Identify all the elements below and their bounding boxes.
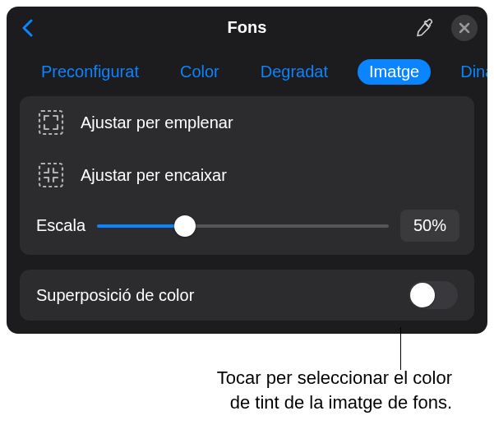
- fit-fill-label: Ajustar per emplenar: [81, 113, 233, 132]
- scale-slider[interactable]: [97, 215, 389, 238]
- eyedropper-button[interactable]: [413, 16, 436, 39]
- color-overlay-row: Superposició de color: [20, 270, 474, 321]
- fit-contain-label: Ajustar per encaixar: [81, 166, 227, 185]
- panel-title: Fons: [228, 18, 267, 37]
- callout-text: Tocar per seleccionar el color de tint d…: [99, 366, 452, 414]
- callout-line2: de tint de la imatge de fons.: [230, 392, 452, 413]
- callout-leader-line: [400, 327, 401, 370]
- scale-label: Escala: [36, 216, 85, 235]
- tab-dynamic[interactable]: Dinàmic: [449, 59, 487, 85]
- tab-color[interactable]: Color: [169, 59, 231, 85]
- background-settings-panel: Fons Preconfigurat Color Degradat Imatge…: [7, 7, 487, 334]
- toggle-knob: [410, 283, 435, 307]
- tab-preset[interactable]: Preconfigurat: [30, 59, 150, 85]
- background-type-tabs: Preconfigurat Color Degradat Imatge Dinà…: [7, 48, 487, 96]
- eyedropper-icon: [415, 18, 435, 38]
- svg-rect-1: [39, 164, 62, 187]
- header-actions: [413, 15, 478, 41]
- panel-header: Fons: [7, 7, 487, 48]
- color-overlay-label: Superposició de color: [36, 286, 194, 305]
- back-button[interactable]: [16, 16, 39, 39]
- tab-gradient[interactable]: Degradat: [249, 59, 339, 85]
- close-button[interactable]: [451, 15, 478, 41]
- fit-fill-icon: [36, 108, 66, 137]
- slider-thumb[interactable]: [174, 215, 196, 237]
- scale-row: Escala 50%: [20, 201, 474, 255]
- color-overlay-toggle[interactable]: [409, 281, 458, 309]
- image-options-group: Ajustar per emplenar Ajustar per encaixa…: [20, 96, 474, 255]
- callout-line1: Tocar per seleccionar el color: [217, 367, 452, 388]
- chevron-left-icon: [21, 19, 35, 37]
- fit-contain-option[interactable]: Ajustar per encaixar: [20, 149, 474, 201]
- svg-rect-0: [39, 111, 62, 134]
- close-icon: [459, 22, 470, 34]
- fit-fill-option[interactable]: Ajustar per emplenar: [20, 96, 474, 149]
- scale-value[interactable]: 50%: [400, 210, 459, 242]
- tab-image[interactable]: Imatge: [358, 59, 431, 85]
- fit-contain-icon: [36, 160, 66, 190]
- slider-fill: [97, 224, 184, 228]
